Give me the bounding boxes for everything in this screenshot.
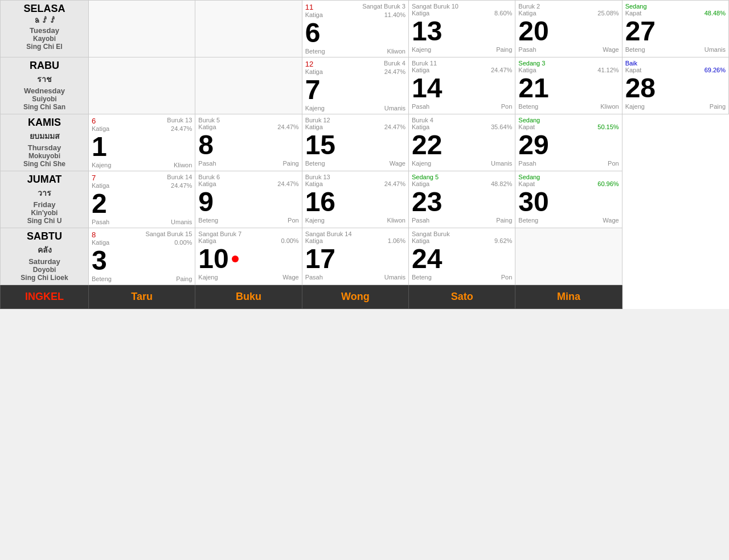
cell-kamis-1: 6 Buruk 13 Katiga 24.47% 1 Kajeng Kliwon xyxy=(89,114,195,171)
day-name-sabtu: SABTU xyxy=(3,230,85,242)
day-script-selasa: ឧវវ xyxy=(3,16,85,25)
bottom-right: Umanis xyxy=(171,219,192,225)
percent-val: 0.00% xyxy=(174,239,192,246)
cell-top: Sangat Buruk xyxy=(412,230,512,237)
percent-val: 48.82% xyxy=(491,180,512,187)
date-num: 7 xyxy=(92,174,96,182)
quality-label: Buruk 5 xyxy=(198,117,220,123)
bottom-left: Beteng xyxy=(305,48,325,55)
quality-label: Buruk 11 xyxy=(412,60,437,67)
bottom-left: Kajeng xyxy=(92,162,111,168)
cell-bottom: Kajeng Wage xyxy=(198,274,298,281)
bottom-left: Pasah xyxy=(198,160,216,167)
bottom-left: Kajeng xyxy=(625,103,645,110)
ingkel-buku: Buku xyxy=(195,285,302,309)
cell-jumat-16: Buruk 13 Katiga 24.47% 16 Kajeng Kliwon xyxy=(302,171,408,228)
quality-label: Buruk 14 xyxy=(167,174,192,182)
big-num: 20 xyxy=(518,18,619,45)
day-english-rabu: Wednesday xyxy=(3,87,85,95)
cell-selasa-13: Sangat Buruk 10 Katiga 8.60% 13 Kajeng P… xyxy=(408,1,515,57)
cell-sabtu-empty xyxy=(515,228,622,285)
cell-jumat-23: Sedang 5 Katiga 48.82% 23 Pasah Paing xyxy=(408,171,515,228)
cell-top: Buruk 11 xyxy=(412,60,512,67)
quality-label: Buruk 2 xyxy=(518,3,540,10)
day-name-rabu: RABU xyxy=(3,60,85,72)
ingkel-sato: Sato xyxy=(408,285,515,309)
bottom-left: Beteng xyxy=(518,217,538,224)
cell-top: Sangat Buruk 10 xyxy=(412,3,512,10)
ingkel-row: INGKEL Taru Buku Wong Sato Mina xyxy=(1,285,729,309)
day-script-rabu: ราช xyxy=(3,73,85,85)
cell-top: Sedang 5 xyxy=(412,174,512,180)
big-num: 28 xyxy=(625,75,726,102)
cell-top: Sedang xyxy=(518,174,619,180)
cell-kamis-15: Buruk 12 Katiga 24.47% 15 Beteng Wage xyxy=(302,114,408,171)
bottom-right: Umanis xyxy=(491,160,512,167)
ingkel-mina: Mina xyxy=(515,285,622,309)
day-english-kamis: Thursday xyxy=(3,143,85,152)
bottom-right: Pon xyxy=(288,217,299,224)
big-num: 13 xyxy=(412,18,512,45)
cell-top: Buruk 5 xyxy=(198,117,298,123)
big-num: 9 xyxy=(198,188,298,216)
percent-val: 24.47% xyxy=(384,123,406,130)
day-name-kamis: KAMIS xyxy=(3,117,85,129)
bottom-right: Kliwon xyxy=(174,162,192,168)
quality-label: Sangat Buruk 15 xyxy=(145,230,192,239)
cell-bottom: Beteng Pon xyxy=(412,274,512,281)
cell-top: Buruk 12 xyxy=(305,117,406,123)
cell-bottom: Kajeng Paing xyxy=(412,46,512,53)
quality-label: Sedang xyxy=(518,174,540,180)
quality-label: Sedang 5 xyxy=(412,174,439,180)
day-sabtu: SABTU คลัง Saturday Doyobi Sing Chi Lioe… xyxy=(1,228,89,285)
cell-top: 6 Buruk 13 xyxy=(92,117,192,125)
cell-bottom: Kajeng Kliwon xyxy=(305,217,406,224)
quality-label: Sangat Buruk 10 xyxy=(412,3,458,10)
ingkel-taru: Taru xyxy=(89,285,195,309)
cell-kamis-22: Buruk 4 Katiga 35.64% 22 Kajeng Umanis xyxy=(408,114,515,171)
quality-label: Sangat Buruk 7 xyxy=(198,230,241,237)
big-num: 14 xyxy=(412,75,512,102)
big-num: 27 xyxy=(625,18,726,45)
date-num: 8 xyxy=(92,230,96,239)
day-japanese-jumat: Kin'yobi xyxy=(3,209,85,217)
quality-label: Sedang xyxy=(625,3,647,10)
cell-mid: Katiga 24.47% xyxy=(305,68,406,75)
date-num: 12 xyxy=(305,60,313,68)
day-kamis: KAMIS ยบมมมส Thursday Mokuyobi Sing Chi … xyxy=(1,114,89,171)
day-japanese-sabtu: Doyobi xyxy=(3,266,85,274)
percent-val: 60.96% xyxy=(597,180,619,187)
bottom-left: Beteng xyxy=(625,46,645,53)
day-rabu: RABU ราช Wednesday Suiyobi Sing Chi San xyxy=(1,57,89,114)
quality-label: Buruk 4 xyxy=(384,60,406,68)
day-english-sabtu: Saturday xyxy=(3,257,85,266)
percent-val: 24.47% xyxy=(277,180,298,187)
row-kamis: KAMIS ยบมมมส Thursday Mokuyobi Sing Chi … xyxy=(1,114,729,171)
percent-val: 1.06% xyxy=(388,237,406,244)
cell-rabu-7: 12 Buruk 4 Katiga 24.47% 7 Kajeng Umanis xyxy=(302,57,408,114)
cell-sabtu-24: Sangat Buruk Katiga 9.62% 24 Beteng Pon xyxy=(408,228,515,285)
cell-top: Buruk 4 xyxy=(412,117,512,123)
bottom-left: Pasah xyxy=(518,160,536,167)
big-num: 23 xyxy=(412,188,512,216)
cell-bottom: Beteng Umanis xyxy=(625,46,726,53)
bottom-left: Beteng xyxy=(305,160,325,167)
bottom-right: Wage xyxy=(390,160,406,167)
ingkel-label: INGKEL xyxy=(1,285,89,309)
quality-label: Baik xyxy=(625,60,637,67)
cell-bottom: Pasah Paing xyxy=(412,217,512,224)
cell-sabtu-17: Sangat Buruk 14 Katiga 1.06% 17 Pasah Um… xyxy=(302,228,408,285)
red-dot xyxy=(232,256,239,262)
percent-val: 69.26% xyxy=(705,67,726,73)
cell-rabu-empty1 xyxy=(89,57,195,114)
bottom-right: Kliwon xyxy=(387,217,406,224)
cell-bottom: Kajeng Kliwon xyxy=(92,162,192,168)
calendar-table: SELASA ឧវវ Tuesday Kayobi Sing Chi El 11… xyxy=(0,0,729,309)
cell-bottom: Beteng Paing xyxy=(92,275,192,282)
day-script-kamis: ยบมมมส xyxy=(3,130,85,142)
bottom-left: Pasah xyxy=(92,219,109,225)
percent-val: 24.47% xyxy=(277,123,298,130)
day-jumat: JUMAT วาร Friday Kin'yobi Sing Chi U xyxy=(1,171,89,228)
big-num: 10 xyxy=(198,245,298,273)
cell-bottom: Beteng Kliwon xyxy=(518,103,619,110)
